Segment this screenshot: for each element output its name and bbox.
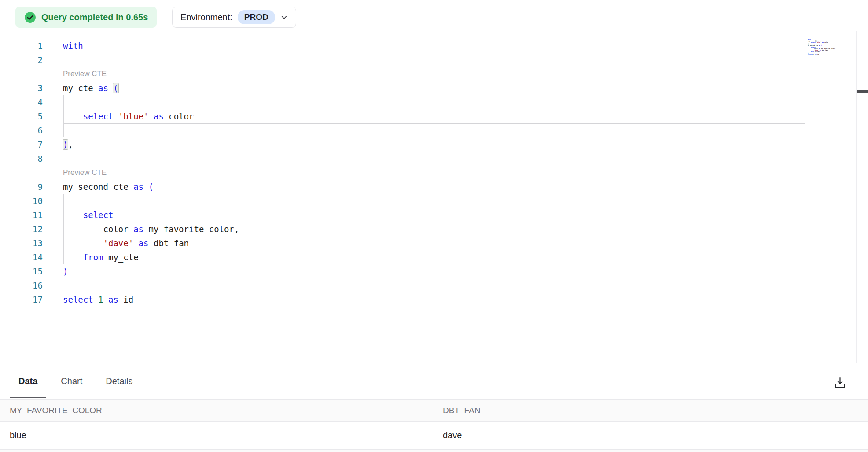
code-token: my_cte <box>103 252 139 262</box>
indent-guide-line <box>63 222 64 236</box>
line-number[interactable]: 13 <box>0 236 43 250</box>
code-token: color <box>63 224 133 234</box>
tab-data[interactable]: Data <box>10 363 46 399</box>
code-token: dbt_fan <box>149 238 189 248</box>
code-line[interactable]: ), <box>63 137 805 152</box>
column-header: DBT_FAN <box>433 406 868 415</box>
line-number[interactable]: 11 <box>0 208 43 222</box>
indent-guide-line <box>63 95 64 109</box>
code-token: ) <box>63 267 68 276</box>
code-line[interactable]: from my_cte <box>63 250 805 264</box>
code-line[interactable] <box>63 95 805 109</box>
line-number[interactable]: 17 <box>0 293 43 307</box>
editor-line: 17select 1 as id <box>0 293 868 307</box>
code-token <box>63 210 83 220</box>
line-number[interactable]: 7 <box>0 137 43 152</box>
indent-guide-line <box>84 222 84 236</box>
code-line[interactable]: my_second_cte as ( <box>63 180 805 194</box>
line-number[interactable]: 2 <box>0 53 43 67</box>
line-number[interactable]: 3 <box>0 81 43 95</box>
environment-selector[interactable]: Environment: PROD <box>172 7 296 28</box>
table-cell: blue <box>0 430 433 441</box>
code-token: my_favorite_color, <box>143 224 239 234</box>
download-results-button[interactable] <box>832 374 847 391</box>
code-line[interactable]: my_cte as ( <box>63 81 805 95</box>
code-token: 1 <box>98 295 103 304</box>
editor-line: 3my_cte as ( <box>0 81 868 95</box>
line-number[interactable]: 9 <box>0 180 43 194</box>
code-token: ) <box>63 140 68 149</box>
query-status-badge: Query completed in 0.65s <box>15 7 157 28</box>
line-number[interactable]: 14 <box>0 250 43 264</box>
code-token: select <box>83 210 114 220</box>
editor-minimap[interactable]: withmy_cte as ( select 'blue' as color),… <box>808 39 842 70</box>
code-line[interactable]: select 1 as id <box>63 293 805 307</box>
code-line[interactable]: with <box>63 39 805 53</box>
code-line[interactable]: select <box>63 208 805 222</box>
code-line[interactable] <box>63 278 805 293</box>
editor-line: 1with <box>0 39 868 53</box>
query-status-text: Query completed in 0.65s <box>41 12 148 22</box>
chevron-down-icon <box>280 14 288 21</box>
code-line[interactable] <box>63 194 805 208</box>
code-token: my_second_cte <box>63 182 133 192</box>
preview-cte-button[interactable]: Preview CTE <box>63 70 107 78</box>
code-token: as <box>108 295 118 304</box>
editor-line: 13 'dave' as dbt_fan <box>0 236 868 250</box>
code-token <box>113 111 118 121</box>
indent-guide-line <box>63 250 64 264</box>
preview-cte-button[interactable]: Preview CTE <box>63 168 107 177</box>
editor-line: 14 from my_cte <box>0 250 868 264</box>
indent-guide-line <box>84 236 84 250</box>
code-token <box>143 182 148 192</box>
code-token <box>108 83 113 93</box>
line-number[interactable]: 6 <box>0 123 43 137</box>
environment-label: Environment: <box>180 12 232 22</box>
code-token: as <box>98 83 108 93</box>
minimap-line: select 1 as id <box>808 54 842 56</box>
code-token: select <box>63 295 93 304</box>
code-token <box>63 238 103 248</box>
code-token: id <box>118 295 133 304</box>
editor-line: 7), <box>0 137 868 152</box>
code-token <box>63 111 83 121</box>
code-token: from <box>83 252 103 262</box>
indent-guide-line <box>63 194 64 208</box>
tab-chart[interactable]: Chart <box>52 363 91 399</box>
editor-line: 16 <box>0 278 868 293</box>
toolbar: Query completed in 0.65s Environment: PR… <box>0 0 868 31</box>
sql-editor[interactable]: 1with2Preview CTE3my_cte as (45 select '… <box>0 31 868 363</box>
line-number[interactable]: 15 <box>0 264 43 278</box>
line-number[interactable]: 10 <box>0 194 43 208</box>
editor-line: 5 select 'blue' as color <box>0 109 868 123</box>
line-number[interactable]: 4 <box>0 95 43 109</box>
table-body: bluedave <box>0 422 868 450</box>
code-token: as <box>133 224 143 234</box>
code-line[interactable] <box>63 53 805 67</box>
table-cell: dave <box>433 430 868 441</box>
line-number[interactable]: 8 <box>0 152 43 166</box>
indent-guide-line <box>63 208 64 222</box>
code-token: color <box>164 111 194 121</box>
code-line[interactable]: 'dave' as dbt_fan <box>63 236 805 250</box>
indent-guide-line <box>63 236 64 250</box>
code-line[interactable] <box>63 123 805 137</box>
tab-details[interactable]: Details <box>97 363 141 399</box>
code-line[interactable] <box>63 152 805 166</box>
editor-line: 8 <box>0 152 868 166</box>
code-line[interactable]: color as my_favorite_color, <box>63 222 805 236</box>
code-token: ( <box>149 182 154 192</box>
code-token <box>133 238 138 248</box>
code-token: as <box>154 111 164 121</box>
preview-cte-row: Preview CTE <box>0 67 868 81</box>
editor-scrollbar[interactable] <box>856 31 868 363</box>
code-token: 'blue' <box>118 111 149 121</box>
line-number[interactable]: 16 <box>0 278 43 293</box>
line-number[interactable]: 12 <box>0 222 43 236</box>
line-number[interactable]: 5 <box>0 109 43 123</box>
table-footer-strip <box>0 450 868 452</box>
code-line[interactable]: ) <box>63 264 805 278</box>
code-line[interactable]: select 'blue' as color <box>63 109 805 123</box>
table-row: bluedave <box>0 422 868 450</box>
line-number[interactable]: 1 <box>0 39 43 53</box>
